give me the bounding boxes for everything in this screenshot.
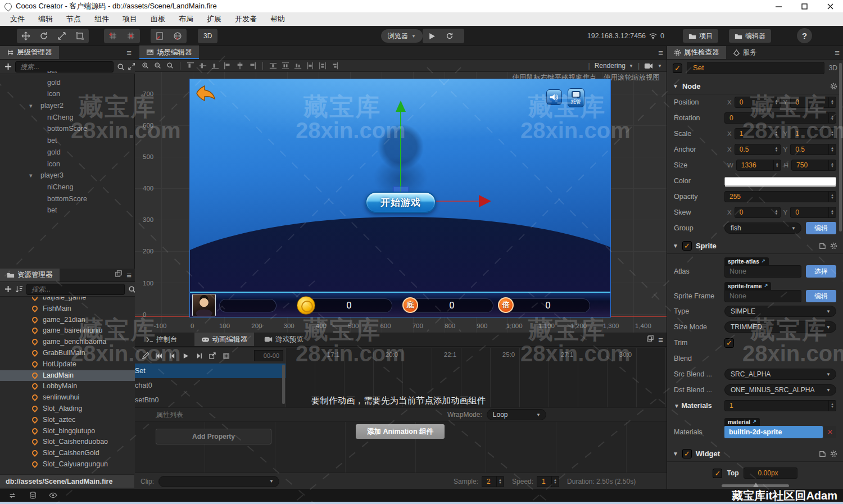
asset-item[interactable]: GrabBullMain [0, 348, 135, 359]
minimize-button[interactable] [765, 0, 791, 12]
speed-field[interactable]: 1▲▼ [537, 476, 559, 487]
skip-to-start-icon[interactable] [153, 350, 164, 361]
menu-item[interactable]: 节点 [60, 14, 88, 24]
sync-status-icon[interactable] [7, 490, 18, 501]
move-tool-button[interactable] [17, 29, 35, 43]
3d-toggle-button[interactable]: 3D [198, 32, 217, 40]
preview-target-dropdown[interactable]: 浏览器▼ [381, 29, 423, 43]
dst-blend-dropdown[interactable]: ONE_MINUS_SRC_ALPHA▼ [724, 384, 836, 396]
sound-button[interactable] [546, 89, 562, 105]
asset-item[interactable]: Slot_bingqiutupo [0, 426, 135, 437]
menu-item[interactable]: 项目 [116, 14, 144, 24]
docs-icon[interactable] [819, 451, 826, 457]
align-hcenter-icon[interactable] [234, 60, 246, 71]
player-avatar[interactable] [192, 294, 216, 316]
hierarchy-item[interactable]: gold [0, 147, 135, 158]
scale-y-field[interactable]: 1▲▼ [790, 128, 836, 139]
next-frame-icon[interactable] [193, 350, 205, 361]
search-icon[interactable] [128, 284, 135, 295]
align-top-icon[interactable] [185, 60, 196, 71]
asset-item[interactable]: Slot_CaishenGold [0, 448, 135, 459]
widget-enabled-checkbox[interactable]: ✓ [682, 449, 692, 458]
start-game-button[interactable]: 开始游戏 [365, 192, 436, 213]
hierarchy-item[interactable]: player2 [0, 100, 135, 112]
asset-item[interactable]: LobbyMain [0, 381, 135, 392]
hierarchy-item[interactable]: icon [0, 88, 135, 100]
sprite-frame-edit-button[interactable]: 编辑 [806, 290, 836, 302]
tab-console[interactable]: 控制台 [139, 333, 184, 346]
asset-item[interactable]: Slot_aztec [0, 415, 135, 426]
gizmo-y-arrowhead[interactable] [396, 101, 406, 112]
hierarchy-item[interactable]: player3 [0, 170, 135, 181]
zoom-out-icon[interactable] [152, 60, 163, 71]
distribute-left-icon[interactable] [305, 60, 316, 71]
position-y-field[interactable]: 0▲▼ [790, 97, 836, 108]
chevron-down-icon[interactable]: ▼ [658, 63, 662, 69]
hierarchy-item[interactable]: icon [0, 158, 135, 170]
close-button[interactable] [817, 0, 843, 12]
widget-top-field[interactable]: 0.00px [744, 467, 797, 479]
play-animation-icon[interactable] [180, 350, 191, 361]
external-link-icon[interactable]: ↗ [752, 419, 756, 425]
animation-menu-icon[interactable]: ≡ [658, 335, 663, 345]
game-canvas[interactable]: 托管 开始游戏 0 底 0 倍 0 [189, 79, 611, 317]
atlas-value-field[interactable]: None [724, 265, 801, 278]
trusteeship-button[interactable]: 托管 [568, 88, 584, 107]
local-coords-button[interactable] [151, 29, 169, 43]
tab-assets[interactable]: 资源管理器 [0, 269, 60, 281]
section-collapse-icon[interactable]: ▼ [673, 243, 678, 249]
align-vcenter-icon[interactable] [197, 60, 209, 71]
hierarchy-item[interactable]: niCheng [0, 112, 135, 124]
distribute-bottom-icon[interactable] [292, 60, 303, 71]
align-right-icon[interactable] [247, 60, 258, 71]
menu-item[interactable]: 组件 [88, 14, 116, 24]
popout-icon[interactable] [647, 335, 654, 342]
sprite-type-dropdown[interactable]: SIMPLE▼ [724, 306, 836, 317]
distribute-top-icon[interactable] [268, 60, 279, 71]
zoom-in-icon[interactable] [139, 60, 151, 71]
hierarchy-menu-icon[interactable]: ≡ [126, 48, 132, 58]
current-frame-field[interactable]: 00-00 [254, 350, 283, 361]
tab-scene-editor[interactable]: 场景编辑器 [139, 46, 199, 59]
remove-material-button[interactable]: ✕ [824, 426, 836, 438]
hierarchy-item[interactable]: bet [0, 205, 135, 216]
node-active-checkbox[interactable]: ✓ [673, 63, 682, 73]
stepper-icon[interactable]: ▲▼ [551, 476, 559, 487]
position-x-field[interactable]: 0▲▼ [735, 97, 781, 108]
global-coords-button[interactable] [169, 29, 187, 43]
skew-x-field[interactable]: 0▲▼ [735, 207, 781, 218]
section-collapse-icon[interactable]: ▼ [673, 451, 678, 457]
play-button[interactable] [423, 29, 441, 43]
sprite-section-header[interactable]: ▼ ✓ Sprite [667, 238, 843, 254]
asset-item[interactable]: Slot_Alading [0, 403, 135, 415]
hierarchy-item[interactable]: bottomScore [0, 123, 135, 135]
skew-y-field[interactable]: 0▲▼ [790, 207, 836, 218]
gear-icon[interactable] [830, 242, 837, 249]
back-arrow-icon[interactable] [196, 85, 216, 102]
add-animation-component-button[interactable]: 添加 Animation 组件 [356, 424, 445, 439]
docs-icon[interactable] [819, 243, 826, 249]
asset-item[interactable]: FishMain [0, 303, 135, 315]
menu-item[interactable]: 文件 [3, 14, 31, 24]
open-external-icon[interactable] [207, 350, 218, 361]
distribute-vcenter-icon[interactable] [280, 60, 291, 71]
hierarchy-item[interactable]: gold [0, 77, 135, 89]
group-dropdown[interactable]: fish▼ [724, 223, 801, 234]
menu-item[interactable]: 扩展 [200, 14, 228, 24]
size-h-field[interactable]: 750▲▼ [791, 160, 836, 171]
tab-service[interactable]: 服务 [726, 46, 764, 59]
distribute-right-icon[interactable] [329, 60, 341, 71]
inspector-menu-icon[interactable]: ≡ [835, 48, 840, 58]
rendering-dropdown[interactable]: Rendering▼ [595, 62, 633, 70]
external-link-icon[interactable]: ↗ [761, 258, 765, 264]
edit-animation-icon[interactable] [139, 350, 151, 361]
menu-item[interactable]: 开发者 [228, 14, 264, 24]
scene-viewport[interactable]: 使用鼠标右键平移视窗焦点，使用滚轮缩放视图 700600500400300200… [135, 72, 667, 333]
sprite-frame-value-field[interactable]: None [724, 290, 801, 302]
material-value-field[interactable]: builtin-2d-sprite [724, 426, 823, 438]
node-section-header[interactable]: ▼ Node [667, 79, 843, 94]
size-w-field[interactable]: 1336▲▼ [736, 160, 781, 171]
menu-item[interactable]: 编辑 [31, 14, 60, 24]
asset-item[interactable]: game_21dian [0, 315, 135, 326]
database-icon[interactable] [27, 490, 38, 501]
